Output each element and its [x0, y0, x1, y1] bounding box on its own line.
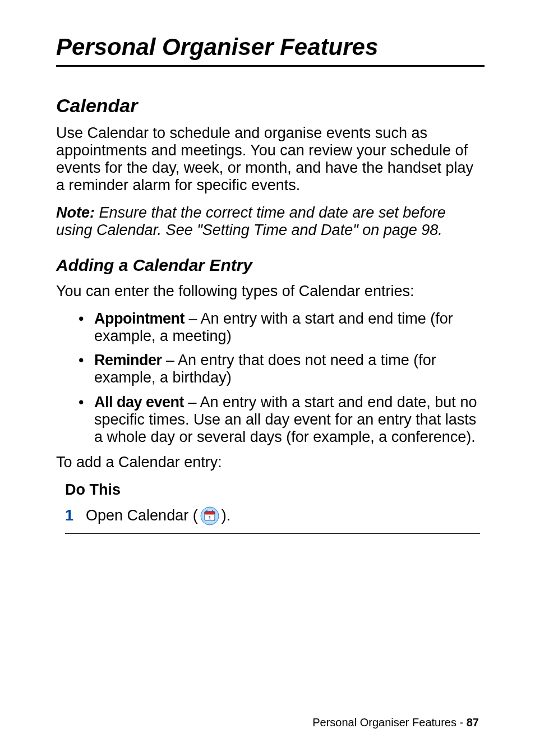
step-text-after: ).: [222, 507, 231, 524]
svg-text:1: 1: [208, 514, 211, 520]
entry-types-list: Appointment – An entry with a start and …: [79, 310, 485, 445]
note-paragraph: Note: Ensure that the correct time and d…: [56, 204, 485, 239]
svg-rect-2: [205, 511, 215, 514]
list-item: Reminder – An entry that does not need a…: [79, 352, 485, 386]
list-item: Appointment – An entry with a start and …: [79, 310, 485, 345]
step-text: Open Calendar ( 1 ): [86, 506, 230, 525]
list-item: All day event – An entry with a start an…: [79, 394, 485, 446]
note-label: Note:: [56, 204, 95, 221]
section-heading-calendar: Calendar: [56, 95, 485, 117]
step-text-before: Open Calendar (: [86, 507, 198, 524]
entry-type-term: All day event: [94, 394, 184, 411]
note-text: Ensure that the correct time and date ar…: [56, 204, 446, 238]
do-this-heading: Do This: [65, 481, 485, 499]
chapter-title: Personal Organiser Features: [56, 34, 485, 61]
to-add-text: To add a Calendar entry:: [56, 454, 485, 471]
entry-type-term: Reminder: [94, 352, 162, 368]
chapter-underline: [56, 65, 485, 67]
calendar-icon: 1: [200, 506, 219, 525]
svg-rect-3: [206, 510, 207, 512]
svg-rect-4: [212, 510, 213, 512]
footer-text: Personal Organiser Features -: [312, 716, 467, 729]
entry-type-term: Appointment: [94, 310, 185, 327]
page-content: Personal Organiser Features Calendar Use…: [0, 0, 535, 534]
page-footer: Personal Organiser Features - 87: [312, 716, 479, 729]
sub-intro: You can enter the following types of Cal…: [56, 283, 485, 300]
page-number: 87: [467, 716, 479, 729]
step-row: 1 Open Calendar ( 1: [65, 506, 480, 534]
step-number: 1: [65, 507, 73, 524]
section-heading-adding-entry: Adding a Calendar Entry: [56, 256, 485, 275]
intro-paragraph: Use Calendar to schedule and organise ev…: [56, 125, 485, 194]
